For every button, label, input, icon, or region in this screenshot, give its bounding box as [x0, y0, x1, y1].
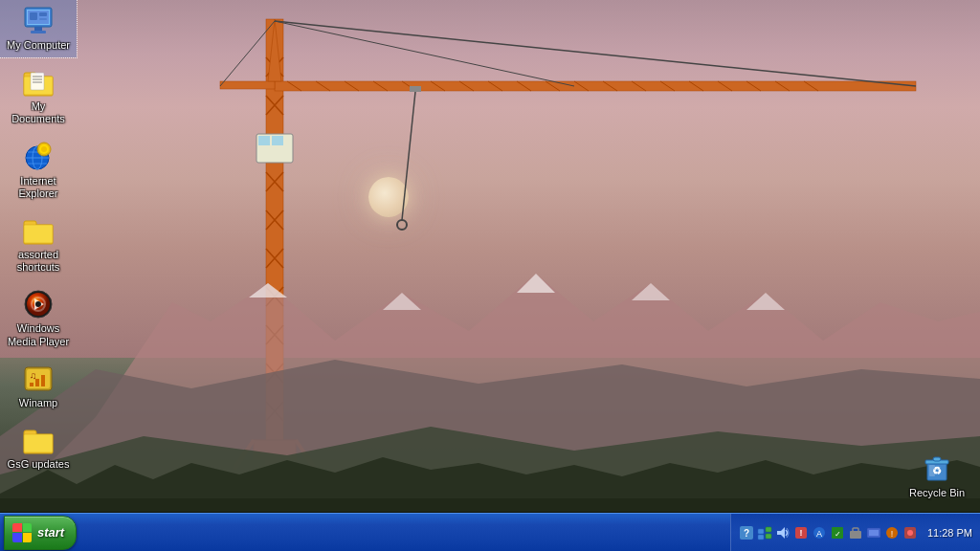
mountains-svg: [0, 226, 980, 513]
my-computer-label: My Computer: [7, 39, 70, 52]
tray-network-icon[interactable]: [757, 525, 772, 540]
system-tray: ?: [730, 514, 980, 551]
svg-rect-69: [30, 12, 37, 20]
gsg-updates-icon[interactable]: GsG updates: [0, 419, 77, 476]
svg-marker-59: [632, 283, 670, 300]
tray-icon-3[interactable]: [848, 525, 863, 540]
tray-icon-1[interactable]: A: [812, 525, 827, 540]
svg-rect-64: [0, 498, 980, 513]
svg-rect-23: [272, 136, 283, 145]
svg-rect-44: [220, 81, 275, 89]
svg-rect-72: [34, 27, 42, 31]
tray-icon-5[interactable]: !: [884, 525, 900, 540]
svg-rect-114: [766, 527, 771, 532]
svg-rect-24: [275, 81, 916, 91]
start-button[interactable]: start: [4, 516, 77, 550]
svg-rect-22: [258, 136, 270, 145]
svg-rect-49: [410, 86, 421, 92]
svg-rect-124: [850, 531, 861, 539]
tray-security-icon[interactable]: !: [793, 525, 809, 540]
svg-rect-99: [30, 383, 33, 386]
taskbar-clock[interactable]: 11:28 PM: [927, 527, 972, 539]
svg-rect-91: [24, 225, 53, 243]
svg-rect-105: [24, 434, 53, 452]
svg-rect-127: [869, 530, 879, 536]
svg-marker-58: [517, 274, 555, 293]
svg-rect-101: [41, 375, 45, 386]
ie-icon-img: [23, 142, 54, 172]
svg-point-131: [907, 530, 913, 536]
start-label: start: [37, 525, 64, 540]
tray-icons: ?: [739, 525, 918, 540]
svg-text:✓: ✓: [834, 530, 840, 539]
svg-rect-113: [758, 529, 764, 534]
svg-rect-73: [31, 31, 46, 33]
ie-label: Internet Explorer: [4, 175, 73, 200]
svg-marker-117: [777, 527, 785, 539]
svg-text:A: A: [816, 529, 822, 539]
assorted-shortcuts-label: assorted shortcuts: [4, 249, 73, 274]
wmp-label: Windows Media Player: [4, 322, 73, 347]
svg-point-96: [35, 301, 41, 307]
svg-marker-60: [746, 293, 785, 310]
recycle-bin-icon[interactable]: ♻ Recycle Bin: [903, 446, 970, 503]
svg-line-50: [402, 92, 415, 220]
internet-explorer-icon[interactable]: Internet Explorer: [0, 136, 77, 206]
svg-text:!: !: [891, 529, 894, 539]
tray-icon-2[interactable]: ✓: [830, 525, 845, 540]
svg-point-88: [41, 146, 47, 152]
svg-text:?: ?: [744, 528, 749, 539]
my-computer-icon-img: [23, 6, 54, 36]
assorted-shortcuts-icon-img: [23, 215, 54, 246]
svg-text:♫: ♫: [30, 370, 37, 381]
wmp-icon-img: [23, 289, 54, 320]
winamp-label: Winamp: [19, 397, 57, 409]
recycle-bin-icon-img: ♻: [920, 450, 954, 484]
assorted-shortcuts-icon[interactable]: assorted shortcuts: [0, 209, 77, 279]
taskbar: start ?: [0, 513, 980, 551]
svg-rect-77: [31, 73, 44, 90]
windows-logo: [12, 523, 32, 542]
svg-line-47: [275, 21, 574, 86]
my-documents-label: My Documents: [4, 100, 73, 125]
svg-rect-125: [853, 528, 858, 533]
svg-marker-56: [249, 283, 287, 298]
my-documents-icon[interactable]: My Documents: [0, 61, 77, 131]
svg-rect-110: [929, 465, 935, 476]
gsg-updates-icon-img: [23, 425, 54, 455]
desktop-icons-column: My Computer My Documents: [0, 0, 86, 480]
gsg-updates-label: GsG updates: [8, 458, 70, 471]
winamp-icon[interactable]: ♫ Winamp: [0, 358, 77, 415]
my-documents-icon-img: [23, 67, 54, 98]
svg-rect-116: [766, 534, 771, 539]
svg-rect-115: [758, 535, 764, 540]
recycle-bin-label: Recycle Bin: [909, 487, 965, 499]
desktop: My Computer My Documents: [0, 0, 980, 551]
svg-line-46: [275, 21, 916, 86]
tray-help-icon[interactable]: ?: [739, 525, 754, 540]
svg-rect-108: [933, 457, 941, 461]
svg-rect-71: [39, 18, 47, 20]
wmp-icon[interactable]: Windows Media Player: [0, 283, 77, 353]
my-computer-icon[interactable]: My Computer: [0, 0, 77, 57]
tray-icon-6[interactable]: [902, 525, 918, 540]
svg-text:!: !: [799, 528, 802, 538]
taskbar-middle: [80, 514, 730, 551]
tray-icon-4[interactable]: [866, 525, 881, 540]
tray-volume-icon[interactable]: [775, 525, 791, 540]
winamp-icon-img: ♫: [23, 364, 54, 394]
svg-rect-70: [39, 12, 47, 16]
